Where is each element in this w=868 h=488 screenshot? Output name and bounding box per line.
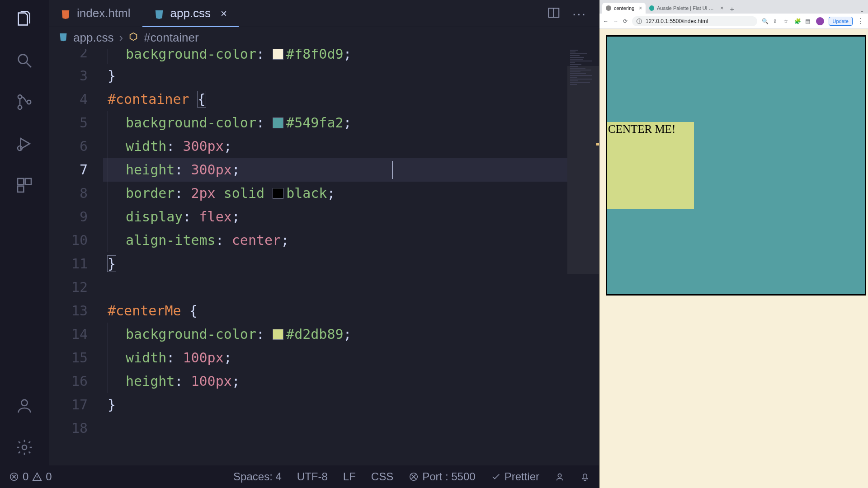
code-line[interactable] (103, 276, 599, 299)
run-debug-icon[interactable] (15, 135, 33, 153)
status-bar: 0 0 Spaces: 4 UTF-8 LF CSS Port : 5500 P… (0, 465, 599, 488)
tab-actions: ··· (547, 0, 599, 27)
status-feedback-icon[interactable] (555, 472, 565, 482)
color-swatch[interactable] (273, 188, 283, 199)
code-line[interactable]: #container { (103, 88, 599, 111)
symbol-icon (128, 31, 138, 45)
extensions-icon[interactable]: 🧩 (794, 18, 801, 24)
status-formatter[interactable]: Prettier (491, 470, 539, 483)
chevron-right-icon: › (119, 31, 123, 45)
chrome-toolbar: ← → ⟳ i 127.0.0.1:5500/index.html 🔍 ⇪ ☆ … (599, 14, 868, 29)
browser-tab-palette[interactable]: Aussie Palette | Flat UI Colors × (646, 3, 727, 14)
code-line[interactable]: } (103, 393, 599, 417)
close-icon[interactable]: × (639, 5, 642, 11)
css-file-icon (154, 9, 164, 19)
code-editor[interactable]: 23456789101112131415161718 background-co… (49, 48, 599, 465)
toolbar-right: 🔍 ⇪ ☆ 🧩 ▤ Update ⋮ (762, 17, 864, 26)
tab-index-html[interactable]: index.html (49, 0, 142, 27)
status-language[interactable]: CSS (371, 470, 393, 483)
more-actions-icon[interactable]: ··· (572, 6, 586, 21)
code-line[interactable]: background-color: #d2db89; (103, 323, 599, 346)
code-line[interactable]: align-items: center; (103, 229, 599, 252)
explorer-icon[interactable] (15, 10, 33, 28)
status-eol[interactable]: LF (343, 470, 356, 483)
code-line[interactable]: width: 100px; (103, 346, 599, 370)
reload-icon[interactable]: ⟳ (623, 18, 627, 24)
favicon-icon (606, 5, 611, 11)
share-icon[interactable]: ⇪ (773, 18, 779, 24)
tab-bar: index.html app.css × ··· (49, 0, 599, 27)
svg-point-9 (22, 445, 27, 450)
browser-tab-centering[interactable]: centering × (602, 3, 646, 14)
code-line[interactable]: } (103, 64, 599, 88)
code-line[interactable]: height: 300px; (103, 158, 599, 182)
url-text: 127.0.0.1:5500/index.html (646, 18, 708, 24)
bookmark-icon[interactable]: ☆ (783, 18, 790, 24)
svg-point-8 (21, 400, 27, 406)
extensions-icon[interactable] (15, 176, 33, 194)
breadcrumb-symbol: #container (144, 31, 198, 45)
code-line[interactable]: height: 100px; (103, 370, 599, 393)
profile-avatar[interactable] (816, 17, 824, 25)
line-gutter: 23456789101112131415161718 (49, 48, 103, 465)
back-icon[interactable]: ← (603, 18, 609, 24)
update-button[interactable]: Update (829, 17, 853, 26)
code-line[interactable]: background-color: #f8f0d9; (103, 49, 599, 64)
status-live-server[interactable]: Port : 5500 (409, 470, 475, 483)
editor-area: index.html app.css × ··· (49, 0, 599, 465)
close-icon[interactable]: × (720, 5, 723, 11)
breadcrumb[interactable]: app.css › #container (49, 27, 599, 48)
search-icon[interactable] (15, 52, 33, 70)
color-swatch[interactable] (273, 117, 283, 128)
svg-point-3 (27, 100, 31, 104)
tab-label: app.css (170, 6, 211, 20)
svg-point-0 (19, 55, 28, 64)
code-content[interactable]: background-color: #f8f0d9;}#container {b… (103, 48, 599, 465)
tab-app-css[interactable]: app.css × (142, 0, 239, 27)
chrome-menu-icon[interactable]: ⋮ (857, 17, 864, 25)
color-swatch[interactable] (273, 329, 283, 340)
code-line[interactable] (103, 417, 599, 440)
address-bar[interactable]: i 127.0.0.1:5500/index.html (632, 16, 757, 26)
rendered-page: CENTER ME! (599, 29, 868, 488)
html-file-icon (61, 9, 71, 19)
status-encoding[interactable]: UTF-8 (297, 470, 328, 483)
chrome-window: centering × Aussie Palette | Flat UI Col… (599, 0, 868, 488)
svg-rect-7 (18, 186, 24, 192)
vscode-window: index.html app.css × ··· (0, 0, 599, 488)
account-icon[interactable] (15, 397, 33, 415)
minimap[interactable] (567, 48, 599, 465)
status-spaces[interactable]: Spaces: 4 (233, 470, 282, 483)
code-line[interactable]: #centerMe { (103, 299, 599, 323)
settings-gear-icon[interactable] (15, 438, 33, 456)
status-bell-icon[interactable] (580, 472, 590, 482)
tab-label: index.html (77, 6, 131, 20)
breadcrumb-file: app.css (73, 31, 114, 45)
svg-rect-5 (18, 178, 24, 184)
svg-point-2 (18, 106, 22, 109)
site-info-icon[interactable]: i (637, 19, 642, 24)
center-me-text: CENTER ME! (608, 123, 675, 135)
svg-point-13 (558, 474, 561, 477)
new-tab-button[interactable]: + (727, 5, 737, 14)
tab-overflow-icon[interactable]: ⌄ (856, 7, 868, 14)
code-line[interactable]: background-color: #549fa2; (103, 111, 599, 135)
code-line[interactable]: display: flex; (103, 205, 599, 229)
color-swatch[interactable] (273, 49, 283, 60)
status-problems[interactable]: 0 0 (9, 470, 52, 483)
split-editor-icon[interactable] (547, 6, 561, 21)
center-me-box: CENTER ME! (607, 122, 694, 209)
tab-title: centering (614, 5, 634, 11)
container-box: CENTER ME! (606, 35, 866, 296)
forward-icon[interactable]: → (613, 18, 618, 24)
source-control-icon[interactable] (15, 93, 33, 111)
code-line[interactable]: border: 2px solid black; (103, 182, 599, 205)
close-icon[interactable]: × (221, 7, 227, 20)
reading-list-icon[interactable]: ▤ (805, 18, 811, 24)
code-line[interactable]: } (103, 252, 599, 276)
code-line[interactable]: width: 300px; (103, 135, 599, 158)
svg-rect-6 (25, 178, 31, 184)
zoom-icon[interactable]: 🔍 (762, 18, 768, 24)
svg-point-1 (18, 95, 22, 99)
chrome-tab-strip: centering × Aussie Palette | Flat UI Col… (599, 0, 868, 14)
